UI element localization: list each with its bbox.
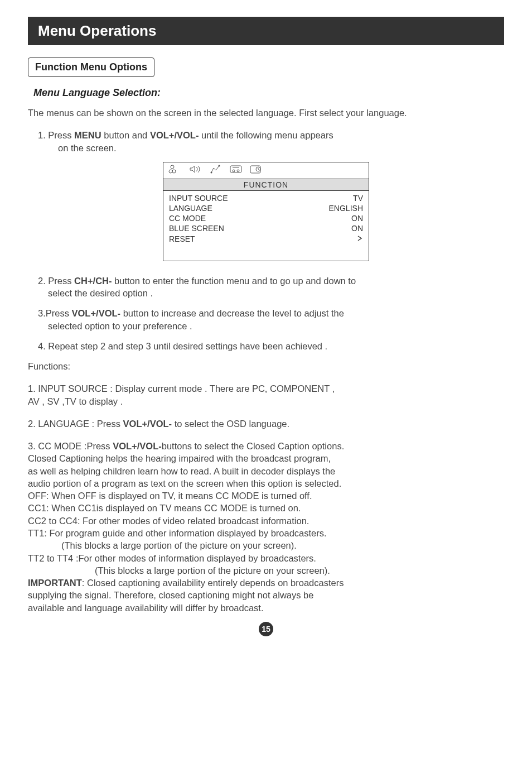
important-suffix: : Closed captioning availability entirel…: [82, 578, 344, 588]
menu-row-input-source: INPUT SOURCE TV: [169, 193, 363, 203]
menu-row-cc-mode: CC MODE ON: [169, 213, 363, 223]
func3-cc2: CC2 to CC4: For other modes of video rel…: [28, 516, 309, 526]
svg-point-5: [219, 165, 220, 167]
step-3: 3.Press VOL+/VOL- button to increase and…: [38, 307, 504, 332]
subheading: Menu Language Selection:: [33, 87, 504, 99]
step3-suffix: button to increase and decrease the leve…: [120, 308, 344, 318]
menu-value: ON: [351, 223, 363, 233]
function-icon: [228, 164, 244, 177]
functions-label: Functions:: [28, 360, 504, 372]
important-line2: supplying the signal. Therefore, closed …: [28, 590, 313, 600]
step-4: 4. Repeat step 2 and step 3 until desire…: [38, 340, 504, 352]
step1-suffix: until the following menu appears: [199, 130, 333, 140]
arrow-icon: [356, 234, 363, 244]
step1-prefix: 1. Press: [38, 130, 74, 140]
step3-line2: selected option to your preference .: [48, 321, 192, 331]
menu-row-blue-screen: BLUE SCREEN ON: [169, 223, 363, 233]
setup-icon: [208, 164, 224, 177]
svg-point-1: [169, 170, 172, 173]
function-2: 2. LANGUAGE : Press VOL+/VOL- to select …: [28, 418, 504, 430]
step1-mid: button and: [101, 130, 150, 140]
step2-line2: select the desired option .: [48, 288, 153, 298]
svg-point-0: [171, 165, 174, 169]
step3-prefix: 3.Press: [38, 308, 72, 318]
important-line3: available and language availability will…: [28, 603, 264, 613]
svg-point-7: [233, 170, 235, 172]
important-bold: IMPORTANT: [28, 578, 82, 588]
func1-line2: AV , SV ,TV to display .: [28, 396, 123, 406]
svg-point-4: [211, 172, 212, 174]
func3-prefix: 3. CC MODE :Press: [28, 441, 113, 451]
menu-label: BLUE SCREEN: [169, 223, 224, 233]
function-1: 1. INPUT SOURCE : Display current mode .…: [28, 382, 504, 407]
svg-marker-3: [190, 166, 195, 172]
step2-bold: CH+/CH-: [74, 276, 112, 286]
menu-value: ENGLISH: [329, 203, 363, 213]
menu-label: CC MODE: [169, 213, 206, 223]
menu-row-language: LANGUAGE ENGLISH: [169, 203, 363, 213]
intro-text: The menus can be shown on the screen in …: [28, 107, 504, 119]
func3-off: OFF: When OFF is displayed on TV, it mea…: [28, 491, 312, 501]
menu-row-reset: RESET: [169, 234, 363, 244]
function-3: 3. CC MODE :Press VOL+/VOL-buttons to se…: [28, 440, 504, 614]
svg-rect-6: [230, 166, 241, 172]
parental-icon: [248, 164, 264, 177]
osd-icon-row: [163, 162, 369, 179]
menu-value: ON: [351, 213, 363, 223]
menu-label: RESET: [169, 234, 195, 244]
func2-prefix: 2. LANGUAGE : Press: [28, 419, 123, 429]
func3-suffix: buttons to select the Closed Caption opt…: [162, 441, 344, 451]
func2-suffix: to select the OSD language.: [172, 419, 289, 429]
step1-menu-bold: MENU: [74, 130, 101, 140]
func3-tt2-note: (This blocks a large portion of the pict…: [95, 565, 330, 575]
func3-tt1-note: (This blocks a large portion of the pict…: [61, 540, 297, 550]
svg-point-8: [237, 170, 239, 172]
step3-bold: VOL+/VOL-: [72, 308, 121, 318]
picture-icon: [168, 164, 183, 177]
osd-menu-body: INPUT SOURCE TV LANGUAGE ENGLISH CC MODE…: [163, 191, 369, 261]
sound-icon: [188, 164, 204, 177]
step-2: 2. Press CH+/CH- button to enter the fun…: [38, 275, 504, 300]
osd-menu-figure: FUNCTION INPUT SOURCE TV LANGUAGE ENGLIS…: [163, 162, 369, 261]
osd-menu-header: FUNCTION: [163, 179, 369, 191]
step2-prefix: 2. Press: [38, 276, 74, 286]
step-1: 1. Press MENU button and VOL+/VOL- until…: [38, 129, 504, 154]
menu-label: LANGUAGE: [169, 203, 212, 213]
func3-bold: VOL+/VOL-: [113, 441, 162, 451]
func3-body3: audio portion of a program as text on th…: [28, 478, 341, 488]
func3-body2: as well as helping children learn how to…: [28, 466, 335, 476]
func3-tt2: TT2 to TT4 :For other modes of informati…: [28, 553, 316, 563]
step2-suffix: button to enter the function menu and to…: [112, 276, 356, 286]
menu-value: TV: [353, 193, 363, 203]
svg-point-2: [172, 170, 176, 173]
page-title: Menu Operations: [28, 17, 504, 45]
func1-line1: 1. INPUT SOURCE : Display current mode .…: [28, 383, 335, 394]
menu-label: INPUT SOURCE: [169, 193, 228, 203]
func3-cc1: CC1: When CC1is displayed on TV means CC…: [28, 503, 301, 513]
step1-line2: on the screen.: [58, 143, 117, 153]
page-number: 15: [259, 622, 273, 636]
step1-vol-bold: VOL+/VOL-: [150, 130, 199, 140]
func2-bold: VOL+/VOL-: [123, 419, 172, 429]
func3-tt1: TT1: For program guide and other informa…: [28, 528, 327, 538]
func3-body1: Closed Captioning helps the hearing impa…: [28, 453, 331, 463]
section-heading: Function Menu Options: [28, 57, 154, 77]
